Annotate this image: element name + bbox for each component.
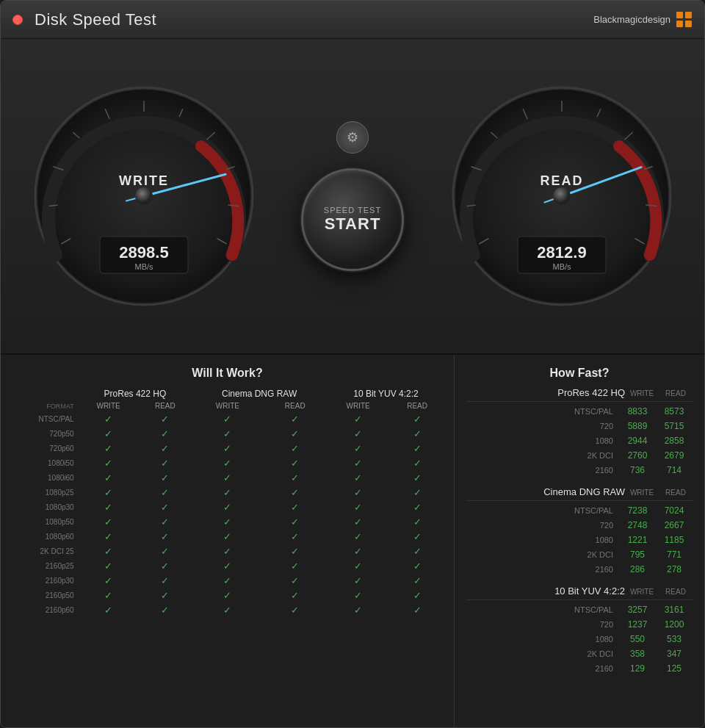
title-bar: Disk Speed Test Blackmagicdesign bbox=[1, 1, 704, 39]
table-row: NTSC/PAL bbox=[10, 411, 79, 426]
table-row: ✓ bbox=[192, 558, 263, 573]
table-row: ✓ bbox=[192, 602, 263, 617]
table-row: ✓ bbox=[327, 455, 389, 470]
how-fast-content: ProRes 422 HQWRITEREADNTSC/PAL8833857372… bbox=[466, 387, 693, 676]
app-window: Disk Speed Test Blackmagicdesign bbox=[0, 0, 705, 728]
table-row: ✓ bbox=[79, 602, 139, 617]
settings-button[interactable]: ⚙ bbox=[336, 121, 369, 154]
checkmark-icon: ✓ bbox=[223, 487, 231, 498]
table-row: ✓ bbox=[327, 558, 389, 573]
table-row: ✓ bbox=[327, 441, 389, 455]
checkmark-icon: ✓ bbox=[161, 502, 169, 513]
col-header-prores: ProRes 422 HQ bbox=[79, 387, 192, 400]
checkmark-icon: ✓ bbox=[291, 531, 299, 542]
list-item: 2160129125 bbox=[466, 661, 693, 676]
yuv-read-header: READ bbox=[389, 400, 445, 411]
table-row: ✓ bbox=[192, 485, 263, 500]
read-gauge: READ 2812.9 MB/s bbox=[444, 79, 679, 314]
table-row: ✓ bbox=[389, 441, 445, 455]
cinema-read-header: READ bbox=[263, 400, 327, 411]
table-row: 2K DCI 25 bbox=[10, 544, 79, 558]
list-item: NTSC/PAL88338573 bbox=[466, 404, 693, 419]
checkmark-icon: ✓ bbox=[104, 546, 112, 557]
read-value: 8573 bbox=[656, 406, 693, 417]
close-button[interactable] bbox=[12, 15, 23, 25]
svg-point-15 bbox=[135, 187, 153, 205]
table-row: ✓ bbox=[263, 573, 327, 588]
table-row: 720p50 bbox=[10, 426, 79, 441]
how-fast-title: How Fast? bbox=[466, 367, 693, 380]
will-it-work-table: ProRes 422 HQ Cinema DNG RAW 10 Bit YUV … bbox=[10, 387, 445, 617]
table-row: ✓ bbox=[327, 544, 389, 558]
table-row: ✓ bbox=[138, 602, 192, 617]
table-row: ✓ bbox=[138, 588, 192, 602]
table-row: ✓ bbox=[327, 426, 389, 441]
svg-text:MB/s: MB/s bbox=[134, 262, 153, 271]
table-row: ✓ bbox=[138, 470, 192, 485]
write-value: 550 bbox=[619, 634, 656, 644]
table-row: ✓ bbox=[79, 500, 139, 514]
checkmark-icon: ✓ bbox=[161, 590, 169, 601]
checkmark-icon: ✓ bbox=[291, 516, 299, 527]
table-row: ✓ bbox=[192, 529, 263, 544]
checkmark-icon: ✓ bbox=[104, 531, 112, 542]
checkmark-icon: ✓ bbox=[354, 531, 362, 542]
resolution-label: 1080 bbox=[596, 635, 613, 644]
prores-read-header: READ bbox=[138, 400, 192, 411]
read-value: 1200 bbox=[656, 619, 693, 630]
table-row: ✓ bbox=[192, 470, 263, 485]
table-row: ✓ bbox=[389, 588, 445, 602]
table-row: ✓ bbox=[389, 529, 445, 544]
checkmark-icon: ✓ bbox=[161, 546, 169, 557]
resolution-label: 720 bbox=[600, 521, 613, 530]
table-row: ✓ bbox=[263, 514, 327, 529]
read-value: 347 bbox=[656, 649, 693, 659]
checkmark-icon: ✓ bbox=[223, 502, 231, 513]
write-value: 8833 bbox=[619, 406, 656, 417]
table-row: 1080i50 bbox=[10, 455, 79, 470]
write-value: 1237 bbox=[619, 619, 656, 630]
checkmark-icon: ✓ bbox=[354, 487, 362, 498]
checkmark-icon: ✓ bbox=[223, 458, 231, 469]
table-row: ✓ bbox=[327, 588, 389, 602]
table-row: ✓ bbox=[263, 485, 327, 500]
checkmark-icon: ✓ bbox=[161, 443, 169, 454]
brand-logo: Blackmagicdesign bbox=[593, 12, 693, 28]
how-fast-column-header: READ bbox=[659, 588, 693, 596]
list-item: 2160286278 bbox=[466, 562, 693, 577]
checkmark-icon: ✓ bbox=[413, 561, 422, 572]
checkmark-icon: ✓ bbox=[354, 443, 362, 454]
table-row: ✓ bbox=[263, 529, 327, 544]
table-row: 1080p25 bbox=[10, 485, 79, 500]
resolution-label: 2K DCI bbox=[588, 550, 613, 559]
checkmark-icon: ✓ bbox=[413, 605, 422, 616]
checkmark-icon: ✓ bbox=[354, 428, 362, 439]
start-button[interactable]: SPEED TEST START bbox=[301, 168, 404, 271]
svg-point-35 bbox=[553, 187, 571, 205]
checkmark-icon: ✓ bbox=[104, 561, 112, 572]
how-fast-section: How Fast? ProRes 422 HQWRITEREADNTSC/PAL… bbox=[455, 355, 704, 727]
table-row: ✓ bbox=[79, 426, 139, 441]
checkmark-icon: ✓ bbox=[354, 546, 362, 557]
checkmark-icon: ✓ bbox=[354, 605, 362, 616]
data-area: Will It Work? ProRes 422 HQ Cinema DNG R… bbox=[1, 355, 704, 727]
checkmark-icon: ✓ bbox=[291, 472, 299, 483]
checkmark-icon: ✓ bbox=[291, 605, 299, 616]
table-row: ✓ bbox=[79, 544, 139, 558]
brand-name: Blackmagicdesign bbox=[593, 14, 670, 25]
resolution-label: 1080 bbox=[596, 436, 613, 445]
read-value: 714 bbox=[656, 465, 693, 475]
checkmark-icon: ✓ bbox=[354, 516, 362, 527]
resolution-label: 2160 bbox=[596, 565, 613, 574]
checkmark-icon: ✓ bbox=[291, 487, 299, 498]
col-header-cinema: Cinema DNG RAW bbox=[192, 387, 327, 400]
center-controls: ⚙ SPEED TEST START bbox=[286, 121, 419, 271]
write-value: 736 bbox=[619, 465, 656, 475]
table-row: ✓ bbox=[192, 500, 263, 514]
table-row: ✓ bbox=[327, 529, 389, 544]
table-row: ✓ bbox=[138, 544, 192, 558]
table-row: ✓ bbox=[327, 602, 389, 617]
table-row: ✓ bbox=[263, 602, 327, 617]
table-row: ✓ bbox=[192, 573, 263, 588]
table-row: ✓ bbox=[79, 470, 139, 485]
